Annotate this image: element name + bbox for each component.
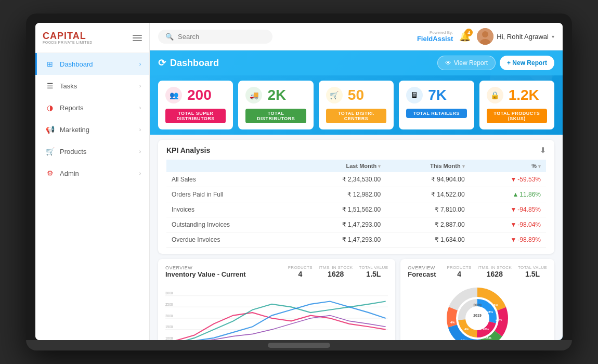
sidebar-logo: CAPITAL FOODS PRIVATE LIMITED: [35, 23, 149, 53]
stat-card-products: 🔒 1.2K TOTAL PRODUCTS (SKUs): [479, 81, 554, 129]
kpi-col-name: [166, 160, 294, 172]
forecast-total-value: 1.5L: [525, 270, 540, 278]
tasks-icon: ☰: [45, 81, 55, 90]
kpi-col-last-month[interactable]: Last Month ▾: [294, 160, 386, 172]
products-label: TOTAL PRODUCTS (SKUs): [487, 109, 547, 123]
eye-icon: 👁: [445, 59, 451, 67]
sidebar-item-products[interactable]: 🛒 Products ›: [35, 140, 149, 162]
chevron-right-icon: ›: [139, 83, 141, 89]
kpi-last-month: ₹ 1,47,293.00: [294, 217, 386, 232]
reports-icon: ◑: [45, 103, 55, 112]
svg-text:13%: 13%: [461, 339, 467, 340]
kpi-table: Last Month ▾ This Month ▾ % ▾ All Sales …: [166, 160, 546, 248]
sidebar-label-dashboard: Dashboard: [60, 60, 93, 68]
topbar: 🔍 Powered By: FieldAssist 🔔 4: [150, 23, 563, 50]
sidebar-item-marketing[interactable]: 📢 Marketing ›: [35, 119, 149, 140]
search-box[interactable]: 🔍: [158, 30, 272, 44]
kpi-row-orders-paid: Orders Paid in Full ₹ 12,982.00 ₹ 14,522…: [166, 187, 546, 202]
kpi-panel: KPI Analysis ⬇ Last Month ▾ This Month ▾…: [158, 140, 554, 254]
topbar-right: Powered By: FieldAssist 🔔 4: [417, 28, 554, 45]
svg-text:28%: 28%: [487, 310, 493, 314]
inventory-chart: 3000 2500 2000 1500 1000 500: [165, 284, 388, 340]
stat-card-distri-centers: 🛒 50 TOTAL DISTRI. CENTERS: [319, 81, 394, 129]
stat-card-retailers: 🖩 7K TOTAL RETAILERS: [399, 81, 474, 129]
sidebar-label-admin: Admin: [60, 170, 79, 177]
screen: CAPITAL FOODS PRIVATE LIMITED ⊞ Dashboar…: [35, 23, 563, 340]
svg-text:1000: 1000: [165, 336, 173, 340]
download-icon[interactable]: ⬇: [540, 146, 546, 154]
logo: CAPITAL FOODS PRIVATE LIMITED: [43, 31, 93, 44]
kpi-row-invoices: Invoices ₹ 1,51,562.00 ₹ 7,810.00 ▼-94.8…: [166, 202, 546, 217]
dashboard-header: ⟳ Dashboard 👁 View Report + New Report: [150, 50, 563, 75]
sidebar-item-tasks[interactable]: ☰ Tasks ›: [35, 75, 149, 97]
svg-text:2020: 2020: [473, 303, 482, 307]
user-name: Hi, Rohit Agrawal: [497, 33, 549, 41]
sidebar-item-dashboard[interactable]: ⊞ Dashboard ›: [35, 53, 149, 75]
kpi-title: KPI Analysis ⬇: [166, 146, 546, 154]
sidebar-label-reports: Reports: [60, 104, 84, 112]
svg-text:2000: 2000: [165, 314, 173, 318]
kpi-col-this-month[interactable]: This Month ▾: [386, 160, 470, 172]
kpi-this-month: ₹ 14,522.00: [386, 187, 470, 202]
marketing-icon: 📢: [45, 125, 55, 134]
chevron-right-icon: ›: [139, 171, 141, 176]
chevron-right-icon: ›: [139, 127, 141, 133]
kpi-this-month: ₹ 1,634.00: [386, 232, 470, 248]
kpi-this-month: ₹ 94,904.00: [386, 172, 470, 187]
admin-icon: ⚙: [45, 168, 55, 178]
new-report-button[interactable]: + New Report: [500, 56, 554, 70]
dashboard-actions: 👁 View Report + New Report: [437, 56, 554, 70]
avatar: [477, 28, 493, 45]
laptop-frame: CAPITAL FOODS PRIVATE LIMITED ⊞ Dashboar…: [26, 14, 572, 350]
inventory-overview-label: Overview: [165, 265, 246, 270]
sidebar-item-admin[interactable]: ⚙ Admin ›: [35, 162, 149, 184]
distributors-value: 2K: [267, 88, 286, 102]
svg-text:1500: 1500: [165, 325, 173, 329]
notification-badge: 4: [465, 29, 473, 36]
svg-text:4%: 4%: [450, 321, 455, 324]
forecast-items-label: ITMS. IN STOCK: [478, 265, 512, 270]
dashboard-icon: ⊞: [45, 59, 55, 69]
user-menu[interactable]: Hi, Rohit Agrawal ▾: [477, 28, 554, 45]
kpi-last-month: ₹ 1,47,293.00: [294, 232, 386, 248]
retailers-icon: 🖩: [406, 87, 423, 103]
sidebar-item-reports[interactable]: ◑ Reports ›: [35, 97, 149, 119]
page-title: Dashboard: [170, 58, 219, 69]
distributors-icon: 🚚: [245, 87, 262, 103]
view-report-button[interactable]: 👁 View Report: [437, 56, 496, 70]
svg-text:4%: 4%: [464, 328, 469, 331]
products-stat-value: 4: [298, 270, 302, 278]
kpi-col-pct[interactable]: % ▾: [470, 160, 546, 172]
search-input[interactable]: [178, 33, 261, 41]
kpi-last-month: ₹ 2,34,530.00: [294, 172, 386, 187]
forecast-stats: PRODUCTS 4 ITMS. IN STOCK 1628 TOTAL VAL…: [447, 265, 547, 278]
arrow-down-icon: ▼: [510, 176, 516, 183]
kpi-this-month: ₹ 2,887.00: [386, 217, 470, 232]
stats-row: 👥 200 TOTAL SUPER DISTRIBUTORS 🚚 2K TOTA…: [150, 75, 563, 135]
sidebar-label-tasks: Tasks: [60, 82, 77, 90]
kpi-last-month: ₹ 1,51,562.00: [294, 202, 386, 217]
main-content: 🔍 Powered By: FieldAssist 🔔 4: [150, 23, 563, 340]
refresh-icon: ⟳: [158, 57, 166, 69]
products-icon: 🛒: [45, 147, 55, 156]
svg-text:20%: 20%: [483, 328, 489, 331]
svg-text:3000: 3000: [165, 291, 173, 295]
inventory-chart-title: Inventory Value - Current: [165, 270, 246, 278]
kpi-change: ▼-59.53%: [475, 176, 541, 183]
kpi-row-all-sales: All Sales ₹ 2,34,530.00 ₹ 94,904.00 ▼-59…: [166, 172, 546, 187]
svg-point-27: [469, 310, 486, 327]
distri-centers-icon: 🛒: [326, 87, 343, 103]
arrow-down-icon: ▼: [510, 221, 516, 228]
svg-point-1: [482, 31, 488, 37]
arrow-down-icon: ▼: [510, 236, 516, 243]
kpi-label: Outstanding Invoices: [166, 217, 294, 232]
kpi-change: ▲11.86%: [475, 191, 541, 198]
super-distributors-value: 200: [187, 88, 212, 102]
kpi-change: ▼-98.89%: [475, 236, 541, 243]
kpi-last-month: ₹ 12,982.00: [294, 187, 386, 202]
total-stat-label: TOTAL VALUE: [359, 265, 388, 270]
hamburger-menu[interactable]: [133, 35, 142, 41]
sidebar-label-marketing: Marketing: [60, 126, 89, 134]
notification-bell[interactable]: 🔔 4: [459, 31, 471, 42]
fieldassist-logo: Powered By: FieldAssist: [417, 30, 453, 43]
